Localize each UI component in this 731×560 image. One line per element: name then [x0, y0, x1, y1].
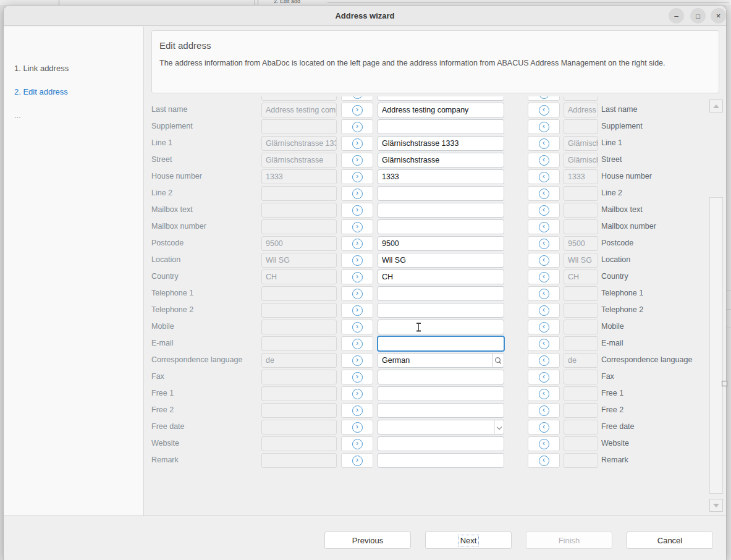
- copy-right-button[interactable]: ›: [341, 119, 373, 134]
- chevron-left-icon: ‹: [539, 105, 549, 116]
- copy-left-button[interactable]: ‹: [528, 436, 560, 451]
- copy-right-button[interactable]: ›: [341, 203, 373, 218]
- copy-left-button[interactable]: ‹: [528, 253, 560, 268]
- copy-left-button[interactable]: ‹: [528, 219, 560, 234]
- copy-right-button[interactable]: ›: [341, 153, 373, 168]
- edit-value-input[interactable]: [378, 119, 504, 134]
- copy-right-button[interactable]: ›: [341, 386, 373, 401]
- copy-right-button[interactable]: ›: [341, 96, 373, 101]
- copy-right-button[interactable]: ›: [341, 420, 373, 435]
- previous-button[interactable]: Previous: [324, 532, 411, 549]
- copy-left-button[interactable]: ‹: [528, 269, 560, 284]
- step-edit-address[interactable]: 2. Edit address: [14, 87, 68, 96]
- copy-right-button[interactable]: ›: [341, 403, 373, 418]
- edit-value-input[interactable]: [378, 219, 504, 234]
- copy-left-button[interactable]: ‹: [528, 203, 560, 218]
- edit-value-input[interactable]: [377, 336, 505, 352]
- copy-left-button[interactable]: ‹: [528, 336, 560, 351]
- edit-value-input[interactable]: [378, 436, 504, 451]
- titlebar[interactable]: Address wizard – □ ×: [4, 6, 726, 26]
- edit-value-input[interactable]: 1333: [378, 169, 504, 184]
- edit-value-input[interactable]: Glärnischstrasse 1333: [378, 136, 504, 151]
- copy-left-button[interactable]: ‹: [528, 303, 560, 318]
- copy-right-button[interactable]: ›: [341, 136, 373, 151]
- scrollbar-thumb[interactable]: [709, 197, 723, 494]
- address-form-row: Supplement › ‹ Supplement: [144, 119, 727, 134]
- copy-left-button[interactable]: ‹: [528, 353, 560, 368]
- row-label-left: Last name: [151, 105, 187, 114]
- finish-button: Finish: [526, 532, 612, 549]
- copy-right-button[interactable]: ›: [341, 303, 373, 318]
- copy-left-button[interactable]: ‹: [528, 286, 560, 301]
- edit-value-input[interactable]: Glärnischstrasse: [378, 153, 504, 168]
- copy-right-button[interactable]: ›: [341, 436, 373, 451]
- search-lookup-button[interactable]: [492, 353, 504, 368]
- copy-left-button[interactable]: ‹: [528, 153, 560, 168]
- edit-value-input[interactable]: [378, 420, 504, 435]
- copy-left-button[interactable]: ‹: [528, 169, 560, 184]
- scrollbar-down-button[interactable]: [709, 499, 723, 512]
- edit-value-input[interactable]: German: [378, 353, 493, 368]
- row-label-right: Fax: [601, 372, 614, 381]
- edit-value-input[interactable]: Address testing company: [378, 103, 504, 117]
- copy-right-button[interactable]: ›: [341, 320, 373, 334]
- row-label-right: Telephone 1: [601, 289, 643, 297]
- address-form-row: Postcode 9500 › 9500 ‹ 9500 Postcode: [144, 236, 727, 251]
- copy-right-button[interactable]: ›: [341, 353, 373, 368]
- edit-value-input[interactable]: [378, 386, 504, 401]
- background-divider: [258, 0, 258, 5]
- edit-value-input[interactable]: [378, 186, 504, 201]
- copy-left-button[interactable]: ‹: [528, 103, 560, 117]
- copy-left-button[interactable]: ‹: [528, 420, 560, 435]
- edit-value-input[interactable]: [378, 303, 504, 318]
- minimize-button[interactable]: –: [669, 8, 684, 23]
- copy-right-button[interactable]: ›: [341, 169, 373, 184]
- copy-right-button[interactable]: ›: [341, 219, 373, 234]
- scrollbar-up-button[interactable]: [709, 100, 723, 112]
- copy-right-button[interactable]: ›: [341, 236, 373, 251]
- edit-value-input[interactable]: [378, 203, 504, 218]
- edit-value-input[interactable]: [378, 286, 504, 301]
- row-label-left: Country: [151, 272, 179, 281]
- row-label-left: Telephone 1: [151, 289, 193, 297]
- chevron-left-icon: ‹: [539, 422, 549, 433]
- abacus-value-field: [564, 186, 598, 201]
- chevron-right-icon: ›: [352, 189, 363, 199]
- chevron-left-icon: ‹: [539, 189, 549, 199]
- dropdown-toggle[interactable]: [494, 420, 504, 434]
- copy-right-button[interactable]: ›: [341, 336, 373, 351]
- edit-value-input[interactable]: [378, 403, 504, 418]
- copy-left-button[interactable]: ‹: [528, 236, 560, 251]
- copy-right-button[interactable]: ›: [341, 453, 373, 468]
- copy-left-button[interactable]: ‹: [528, 453, 560, 468]
- edit-value-input[interactable]: [378, 96, 504, 101]
- copy-left-button[interactable]: ‹: [528, 119, 560, 134]
- row-label-left: Supplement: [151, 122, 193, 130]
- edit-value-input[interactable]: 9500: [378, 236, 504, 251]
- edit-value-input[interactable]: CH: [378, 269, 504, 284]
- copy-right-button[interactable]: ›: [341, 186, 373, 201]
- copy-right-button[interactable]: ›: [341, 253, 373, 268]
- edit-value-input[interactable]: [378, 453, 504, 468]
- copy-left-button[interactable]: ‹: [528, 136, 560, 151]
- copy-right-button[interactable]: ›: [341, 103, 373, 117]
- copy-right-button[interactable]: ›: [341, 269, 373, 284]
- maximize-button[interactable]: □: [690, 8, 706, 23]
- copy-left-button[interactable]: ‹: [528, 370, 560, 384]
- copy-left-button[interactable]: ‹: [528, 96, 560, 101]
- edit-value-input[interactable]: [378, 320, 504, 334]
- copy-left-button[interactable]: ‹: [528, 320, 560, 334]
- row-label-right: Line 2: [601, 189, 622, 197]
- address-form-row: Telephone 2 › ‹ Telephone 2: [144, 303, 727, 318]
- cancel-button[interactable]: Cancel: [627, 532, 713, 549]
- edit-value-input[interactable]: [378, 370, 504, 384]
- copy-right-button[interactable]: ›: [341, 370, 373, 384]
- close-button[interactable]: ×: [711, 8, 726, 23]
- copy-left-button[interactable]: ‹: [528, 186, 560, 201]
- next-button[interactable]: Next: [425, 532, 512, 549]
- copy-left-button[interactable]: ‹: [528, 386, 560, 401]
- step-link-address[interactable]: 1. Link address: [14, 64, 69, 73]
- edit-value-input[interactable]: Wil SG: [378, 253, 504, 268]
- copy-right-button[interactable]: ›: [341, 286, 373, 301]
- copy-left-button[interactable]: ‹: [528, 403, 560, 418]
